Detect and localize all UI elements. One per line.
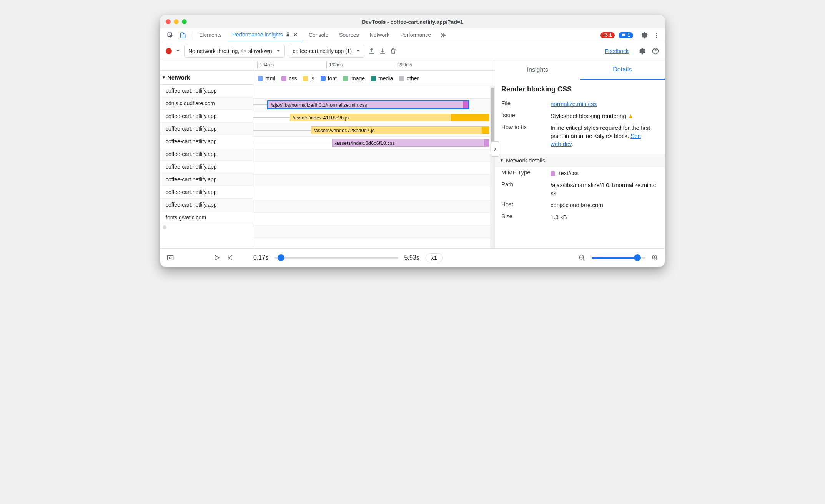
expand-details-icon[interactable] [491,141,499,157]
legend-item-html[interactable]: html [258,75,275,81]
tab-insights[interactable]: Insights [495,60,580,80]
trash-icon[interactable] [390,48,397,55]
tab-network[interactable]: Network [365,29,394,41]
tracks-viewport[interactable]: /ajax/libs/normalize/8.0.1/normalize.min… [253,86,495,248]
screenshot-toggle-icon[interactable] [166,254,174,262]
zoom-traffic-light[interactable] [182,19,187,24]
swatch-font [321,76,326,81]
track-row[interactable]: /assets/index.8d6c6f18.css [253,137,495,149]
vertical-scrollbar[interactable] [490,86,495,248]
inspect-element-icon[interactable] [165,30,176,41]
track-row[interactable] [253,162,495,175]
tab-performance[interactable]: Performance [396,29,436,41]
rewind-icon[interactable] [226,254,233,261]
target-dropdown[interactable]: coffee-cart.netlify.app (1) [289,45,365,58]
host-row[interactable]: coffee-cart.netlify.app [160,85,253,97]
panel-settings-gear-icon[interactable] [638,47,645,55]
track-row[interactable] [253,149,495,162]
record-button[interactable] [166,48,172,54]
playback-slider[interactable] [274,257,398,259]
zoom-out-icon[interactable] [579,254,585,261]
network-details-section-header[interactable]: ▼Network details [495,154,665,167]
settings-gear-icon[interactable] [640,32,648,39]
tab-performance-insights-label: Performance insights [232,32,283,38]
request-path: /assets/vendor.728ed0d7.js [314,128,374,133]
playback-speed-pill[interactable]: x1 [426,253,443,262]
tab-details[interactable]: Details [580,60,665,80]
minimize-traffic-light[interactable] [174,19,179,24]
error-count-badge[interactable]: 1 [600,32,615,38]
error-count-value: 1 [609,33,612,38]
legend-item-css[interactable]: css [281,75,297,81]
host-row[interactable]: cdnjs.cloudflare.com [160,97,253,110]
host-label: coffee-cart.netlify.app [166,164,217,170]
legend-item-js[interactable]: js [303,75,314,81]
details-scroll[interactable]: Render blocking CSS File normalize.min.c… [495,80,665,248]
import-icon[interactable] [379,48,386,55]
slider-knob[interactable] [278,254,284,261]
host-row[interactable]: fonts.gstatic.com [160,211,253,224]
export-icon[interactable] [368,48,375,55]
play-icon[interactable] [213,254,220,261]
zoom-slider[interactable] [592,257,645,259]
legend-item-other[interactable]: other [399,75,419,81]
more-tabs-icon[interactable] [437,32,448,38]
feedback-link[interactable]: Feedback [605,48,629,54]
host-row[interactable]: coffee-cart.netlify.app [160,199,253,211]
throttling-dropdown[interactable]: No network throttling, 4× slowdown [184,45,285,58]
slider-knob[interactable] [634,254,641,261]
track-row[interactable] [253,225,495,238]
track-row[interactable]: /ajax/libs/normalize/8.0.1/normalize.min… [253,99,495,111]
tab-console-label: Console [309,32,328,38]
message-count-badge[interactable]: 1 [619,32,633,38]
detail-key: Issue [501,112,544,118]
close-traffic-light[interactable] [166,19,171,24]
track-row[interactable] [253,86,495,99]
chevron-down-icon [356,49,360,53]
close-tab-icon[interactable] [293,32,298,37]
svg-point-4 [656,33,657,34]
kebab-menu-icon[interactable] [653,32,660,39]
host-row[interactable]: coffee-cart.netlify.app [160,173,253,186]
host-row[interactable]: coffee-cart.netlify.app [160,110,253,123]
tab-elements[interactable]: Elements [195,29,226,41]
legend-item-font[interactable]: font [321,75,337,81]
legend-item-media[interactable]: media [371,75,393,81]
request-bar-css[interactable]: /ajax/libs/normalize/8.0.1/normalize.min… [268,101,469,109]
flask-icon [285,32,291,37]
track-row[interactable] [253,175,495,187]
record-options-chevron-icon[interactable] [176,49,180,53]
network-section-header[interactable]: ▼Network [160,71,253,85]
request-bar-css[interactable]: /assets/index.8d6c6f18.css [332,139,489,147]
host-row[interactable]: coffee-cart.netlify.app [160,148,253,161]
target-value: coffee-cart.netlify.app (1) [293,48,352,54]
request-bar-js[interactable]: /assets/index.41f18c2b.js [290,114,489,121]
help-icon[interactable] [652,47,659,55]
host-row[interactable]: coffee-cart.netlify.app [160,186,253,199]
host-label: fonts.gstatic.com [166,214,206,220]
zoom-in-icon[interactable] [652,254,659,261]
window-title: DevTools - coffee-cart.netlify.app/?ad=1 [362,19,463,25]
host-row[interactable]: coffee-cart.netlify.app [160,161,253,173]
track-row[interactable] [253,200,495,213]
host-label: coffee-cart.netlify.app [166,113,217,119]
host-row[interactable]: coffee-cart.netlify.app [160,135,253,148]
tab-performance-insights[interactable]: Performance insights [228,29,303,41]
detail-file-link[interactable]: normalize.min.css [551,101,597,107]
detail-row-mime: MIME Type text/css [495,167,665,179]
track-row[interactable] [253,213,495,225]
time-tick: 184ms [257,62,274,69]
legend-item-image[interactable]: image [343,75,365,81]
tab-console[interactable]: Console [304,29,333,41]
host-row[interactable]: coffee-cart.netlify.app [160,123,253,135]
request-bar-js[interactable]: /assets/vendor.728ed0d7.js [311,126,489,134]
device-toolbar-icon[interactable] [177,30,188,41]
svg-rect-2 [183,34,185,38]
time-ruler[interactable]: 184ms 192ms 200ms [253,60,495,71]
request-path: /assets/index.41f18c2b.js [293,115,349,121]
track-row[interactable] [253,187,495,200]
track-row[interactable]: /assets/vendor.728ed0d7.js [253,124,495,137]
tab-network-label: Network [370,32,389,38]
tab-sources[interactable]: Sources [334,29,363,41]
track-row[interactable]: /assets/index.41f18c2b.js [253,111,495,124]
